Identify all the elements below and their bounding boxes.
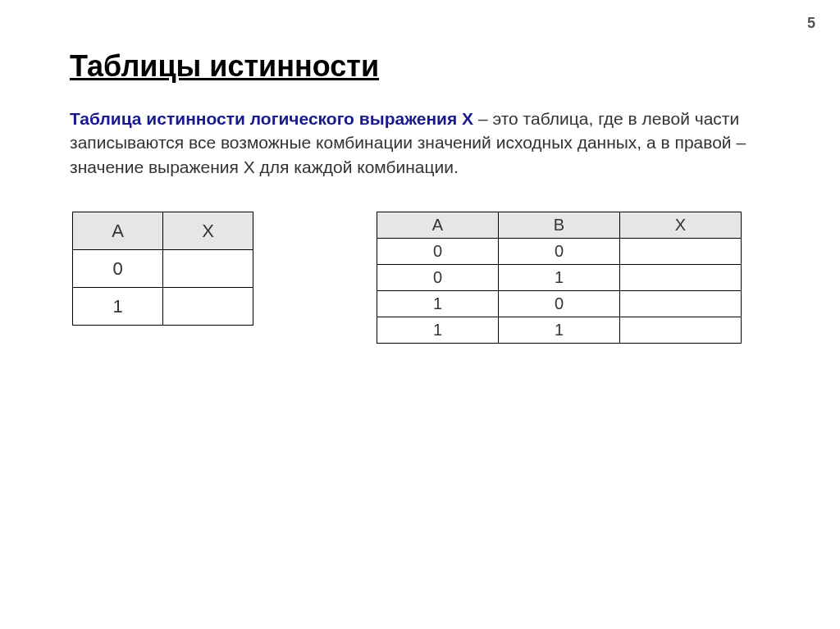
description: Таблица истинности логического выражения…	[70, 107, 770, 179]
table-header-cell: X	[620, 212, 742, 239]
table-cell: 1	[73, 288, 163, 326]
table-header-cell: X	[163, 212, 253, 250]
table-header-cell: B	[499, 212, 620, 239]
description-term: Таблица истинности логического выражения…	[70, 109, 473, 128]
page-title: Таблицы истинности	[70, 49, 770, 84]
table-cell	[163, 288, 253, 326]
table-header-row: A X	[73, 212, 253, 250]
table-cell	[620, 265, 742, 291]
table-cell: 1	[377, 317, 499, 344]
table-cell: 0	[377, 239, 499, 265]
table-row: 1	[73, 288, 253, 326]
tables-container: A X 0 1 A B X 0 0	[70, 212, 770, 344]
table-header-cell: A	[73, 212, 163, 250]
truth-table-one-variable: A X 0 1	[72, 212, 253, 326]
table-cell: 0	[377, 265, 499, 291]
table-cell	[163, 250, 253, 288]
table-cell: 0	[499, 239, 620, 265]
table-cell	[620, 317, 742, 344]
table-header-row: A B X	[377, 212, 742, 239]
table-cell: 0	[73, 250, 163, 288]
table-row: 1 1	[377, 317, 742, 344]
truth-table-two-variables: A B X 0 0 0 1 1 0 1 1	[377, 212, 742, 344]
table-cell	[620, 291, 742, 317]
table-cell: 1	[377, 291, 499, 317]
table-cell	[620, 239, 742, 265]
table-cell: 1	[499, 265, 620, 291]
table-cell: 0	[499, 291, 620, 317]
table-row: 1 0	[377, 291, 742, 317]
page-number: 5	[807, 15, 815, 32]
table-row: 0 0	[377, 239, 742, 265]
table-cell: 1	[499, 317, 620, 344]
table-row: 0 1	[377, 265, 742, 291]
table-header-cell: A	[377, 212, 499, 239]
table-row: 0	[73, 250, 253, 288]
